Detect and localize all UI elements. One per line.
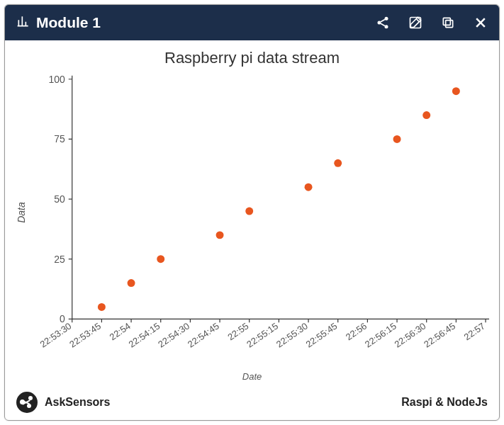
x-tick-label: 22:54:15 [127, 321, 162, 350]
scatter-plot: 025507510022:53:3022:53:4522:5422:54:152… [5, 40, 499, 385]
x-tick-label: 22:55:45 [304, 321, 340, 350]
panel-footer: AskSensors Raspi & NodeJs [5, 385, 499, 420]
data-point [422, 111, 430, 119]
panel-header: Module 1 [5, 5, 499, 40]
x-tick-label: 22:53:30 [38, 321, 74, 350]
data-point [157, 255, 164, 263]
edit-icon[interactable] [408, 16, 422, 30]
footer-right-text: Raspi & NodeJs [401, 396, 488, 409]
svg-point-6 [385, 25, 388, 28]
bar-chart-icon [16, 14, 30, 32]
footer-brand: AskSensors [45, 396, 111, 409]
panel-title: Module 1 [36, 14, 101, 31]
x-tick-label: 22:54:30 [156, 321, 191, 350]
svg-point-4 [385, 17, 388, 21]
header-actions [376, 16, 488, 30]
y-tick-label: 25 [54, 254, 65, 265]
svg-rect-9 [443, 18, 450, 25]
x-tick-label: 22:56:30 [393, 321, 428, 350]
panel-title-group: Module 1 [16, 14, 101, 32]
y-tick-label: 50 [54, 193, 65, 205]
y-tick-label: 100 [48, 74, 65, 85]
y-tick-label: 75 [54, 133, 65, 144]
data-point [98, 303, 106, 311]
data-point [305, 183, 313, 191]
data-point [452, 87, 460, 95]
share-icon[interactable] [376, 16, 390, 30]
data-point [393, 135, 401, 143]
svg-rect-8 [446, 21, 453, 28]
chart-area: Raspberry pi data stream Data Date 02550… [5, 40, 499, 385]
copy-icon[interactable] [441, 16, 455, 30]
x-tick-label: 22:53:45 [67, 321, 103, 350]
data-point [334, 159, 342, 167]
close-icon[interactable] [474, 16, 488, 30]
data-point [128, 279, 135, 287]
x-tick-label: 22:55:30 [274, 321, 310, 350]
x-tick-label: 22:54:45 [186, 321, 221, 350]
module-panel: Module 1 Raspberry pi data stream Data D… [4, 4, 500, 421]
footer-brand-group: AskSensors [16, 392, 111, 413]
x-tick-label: 22:56:45 [422, 321, 457, 350]
x-tick-label: 22:55:15 [245, 321, 280, 350]
asksensors-logo-icon [16, 392, 38, 413]
x-tick-label: 22:56:15 [363, 321, 398, 350]
data-point [245, 208, 253, 215]
svg-point-5 [378, 21, 381, 25]
data-point [216, 231, 224, 239]
x-tick-label: 22:57 [462, 321, 487, 343]
